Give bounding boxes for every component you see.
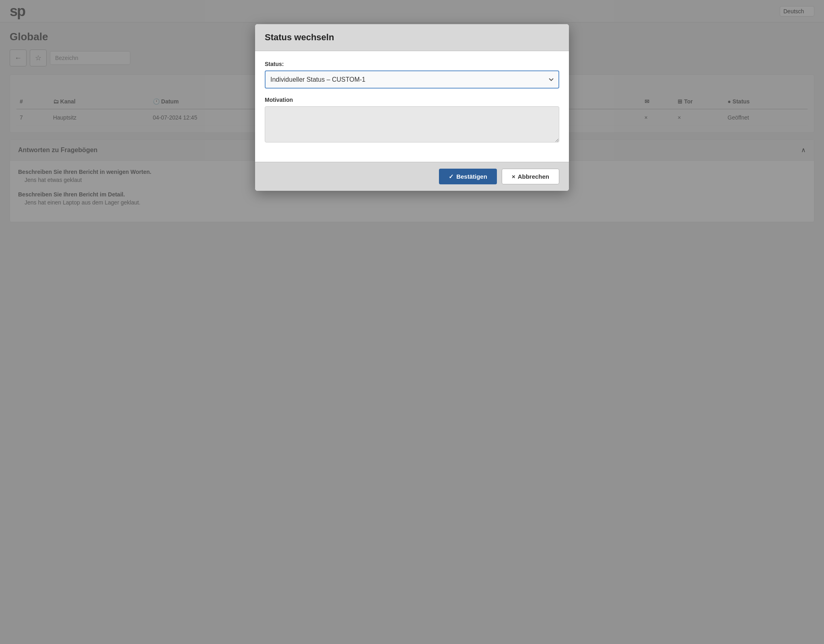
status-label: Status:	[265, 61, 559, 67]
status-form-group: Status: Individueller Status – CUSTOM-1 …	[265, 61, 559, 89]
status-modal: Status wechseln Status: Individueller St…	[255, 24, 569, 191]
modal-overlay: Status wechseln Status: Individueller St…	[0, 0, 824, 644]
modal-body: Status: Individueller Status – CUSTOM-1 …	[255, 51, 569, 162]
modal-title: Status wechseln	[265, 32, 559, 43]
modal-header: Status wechseln	[255, 24, 569, 51]
check-icon: ✓	[449, 173, 454, 180]
modal-footer: ✓ Bestätigen × Abbrechen	[255, 162, 569, 191]
motivation-label: Motivation	[265, 97, 559, 103]
confirm-button[interactable]: ✓ Bestätigen	[439, 169, 497, 184]
cancel-label: Abbrechen	[518, 173, 549, 180]
cancel-button[interactable]: × Abbrechen	[502, 169, 559, 184]
motivation-textarea[interactable]	[265, 106, 559, 142]
times-icon: ×	[512, 173, 515, 180]
motivation-form-group: Motivation	[265, 97, 559, 144]
status-select[interactable]: Individueller Status – CUSTOM-1 Geöffnet…	[265, 70, 559, 89]
confirm-label: Bestätigen	[456, 173, 487, 180]
